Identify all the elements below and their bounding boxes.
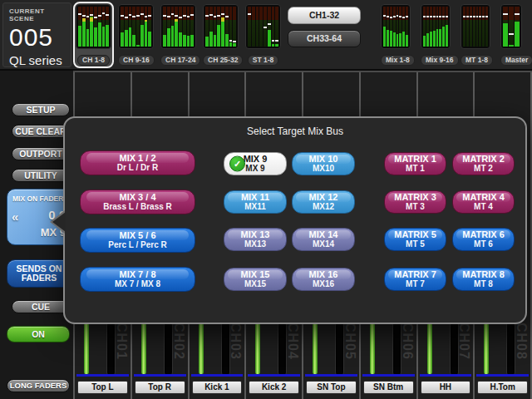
mix-bus-button-matrix-6[interactable]: MATRIX 6MT 6 [452, 228, 515, 251]
channel-level-meter [484, 323, 489, 374]
channel-color-bar [476, 374, 529, 377]
sidebar-menu: SETUP CUE CLEAR OUTPORT UTILITY MIX ON F… [0, 71, 73, 399]
meter-tab-ch-9-16[interactable]: CH 9-16 [116, 2, 156, 68]
channel-name-ch05[interactable]: SN Top [306, 381, 357, 394]
ql-stagemix-screen: CH01Top LCH02Top RCH03Kick 1CH04Kick 2CH… [0, 0, 532, 399]
meter-column [209, 7, 213, 47]
bus-label: MT 7 [385, 279, 446, 289]
fader-position-tick [102, 12, 106, 14]
utility-button[interactable]: UTILITY [12, 169, 70, 182]
mix-bus-button-mix-5-6[interactable]: MIX 5 / 6Perc L / Perc R [80, 228, 195, 253]
meter-tab-mix-1-8[interactable]: Mix 1-8 [378, 2, 413, 68]
fader-position-tick [397, 15, 399, 17]
fader-position-tick [402, 17, 405, 18]
bank-ch33-64-button[interactable]: CH33-64 [288, 30, 361, 47]
channel-name-ch04[interactable]: Kick 2 [249, 381, 299, 394]
meter-column [463, 7, 466, 47]
cue-clear-button[interactable]: CUE CLEAR [12, 125, 70, 138]
meter-tab-ch-25-32[interactable]: CH 25-32 [200, 2, 241, 68]
meter-tab-master[interactable]: Master [498, 2, 525, 68]
mix-bus-button-mix-12[interactable]: MIX 12MX12 [292, 190, 355, 214]
channel-level-meter [427, 323, 432, 374]
meter-column [132, 7, 135, 47]
mix-bus-button-matrix-3[interactable]: MATRIX 3MT 3 [384, 190, 446, 214]
meter-column [205, 7, 209, 47]
channel-name-ch03[interactable]: Kick 1 [192, 381, 243, 394]
meter-level-bar [171, 26, 175, 47]
cue-button[interactable]: CUE [12, 300, 70, 313]
channel-name-ch02[interactable]: Top R [135, 381, 185, 394]
mix-bus-button-matrix-4[interactable]: MATRIX 4MT 4 [452, 190, 515, 214]
fader-position-tick [423, 16, 426, 17]
mix-bus-button-matrix-5[interactable]: MATRIX 5MT 5 [384, 228, 446, 251]
bus-name: MATRIX 2 [453, 154, 514, 164]
meter-column [390, 7, 392, 47]
meter-tab-mt-1-8[interactable]: MT 1-8 [458, 2, 493, 68]
meter-tab-st-1-8[interactable]: ST 1-8 [243, 2, 283, 68]
mix-bus-button-mix-11[interactable]: MIX 11MX11 [224, 190, 287, 214]
meter-column [479, 7, 481, 47]
meter-column [482, 7, 485, 47]
meter-level-bar [205, 37, 209, 47]
channel-color-bar [305, 374, 357, 377]
meter-level-bar [183, 35, 186, 47]
meter-column [252, 7, 255, 47]
bus-name: MIX 11 [224, 192, 286, 202]
meter-tab-ch-17-24[interactable]: CH 17-24 [158, 2, 199, 68]
mix-bus-button-matrix-7[interactable]: MATRIX 7MT 7 [384, 268, 446, 291]
meter-column [433, 7, 436, 47]
mix-bus-button-mix-14[interactable]: MIX 14MX14 [292, 228, 355, 251]
fader-position-tick [221, 13, 224, 15]
meter-column [221, 7, 224, 47]
fader-position-tick [383, 15, 386, 17]
mix-bus-button-mix-13[interactable]: MIX 13MX13 [224, 228, 287, 251]
channel-number-label: CH05 [342, 323, 357, 376]
setup-button[interactable]: SETUP [12, 103, 70, 116]
current-scene-display[interactable]: CURRENT SCENE 005 QL series [2, 2, 71, 67]
long-faders-button[interactable]: LONG FADERS [7, 379, 70, 392]
meter-tab-ch-1-8[interactable]: CH 1-8 [73, 2, 114, 68]
channel-name-ch01[interactable]: Top L [77, 381, 128, 394]
meter-level-bar [132, 35, 135, 47]
bank-ch1-32-button[interactable]: CH1-32 [288, 7, 361, 24]
bus-name: MIX 12 [293, 192, 354, 202]
mix-bus-button-matrix-8[interactable]: MATRIX 8MT 8 [452, 268, 515, 291]
meter-level-bar [98, 22, 101, 47]
channel-color-bar [420, 374, 472, 377]
fader-position-tick [479, 16, 481, 17]
meter-column [439, 7, 441, 47]
mix-bus-button-matrix-2[interactable]: MATRIX 2MT 2 [452, 152, 515, 175]
mix-bus-button-mix-10[interactable]: MIX 10MX10 [292, 152, 355, 175]
meter-column [515, 7, 520, 47]
channel-name-ch07[interactable]: HH [421, 381, 471, 394]
mix-bus-button-mix-15[interactable]: MIX 15MX15 [224, 268, 287, 291]
meter-column [167, 7, 170, 47]
meter-level-bar [148, 32, 151, 47]
meter-column [179, 7, 182, 47]
meter-display [160, 4, 196, 49]
meter-column [473, 7, 475, 47]
outport-button[interactable]: OUTPORT [12, 147, 70, 160]
meter-level-bar [217, 25, 220, 47]
mix-bus-button-mix-3-4[interactable]: MIX 3 / 4Brass L / Brass R [80, 190, 195, 214]
mix-bus-button-mix-16[interactable]: MIX 16MX16 [292, 268, 355, 291]
meter-display [500, 4, 522, 49]
meter-column [163, 7, 166, 47]
fader-position-tick [205, 15, 209, 17]
channel-name-ch06[interactable]: SN Btm [363, 381, 414, 394]
meter-tab-mix-9-16[interactable]: Mix 9-16 [418, 2, 453, 68]
mix-bus-button-mix-1-2[interactable]: MIX 1 / 2Dr L / Dr R [80, 150, 195, 175]
fader-position-tick [98, 15, 101, 17]
sends-on-faders-button[interactable]: SENDS ON FADERS [7, 259, 71, 288]
meter-level-bar [233, 43, 236, 47]
meter-level-bar [106, 25, 109, 47]
fader-position-tick [125, 17, 128, 18]
channel-name-ch08[interactable]: H.Tom [477, 381, 528, 394]
meter-column [106, 7, 109, 47]
channel-on-button[interactable]: ON [7, 326, 70, 342]
mix-bus-button-mix-9[interactable]: ✓MIX 9MX 9 [224, 152, 287, 175]
mix-bus-button-mix-7-8[interactable]: MIX 7 / 8MX 7 / MX 8 [80, 267, 195, 292]
mix-bus-button-matrix-1[interactable]: MATRIX 1MT 1 [384, 152, 446, 175]
bus-label: MX12 [293, 202, 354, 212]
meter-level-bar [225, 34, 229, 47]
